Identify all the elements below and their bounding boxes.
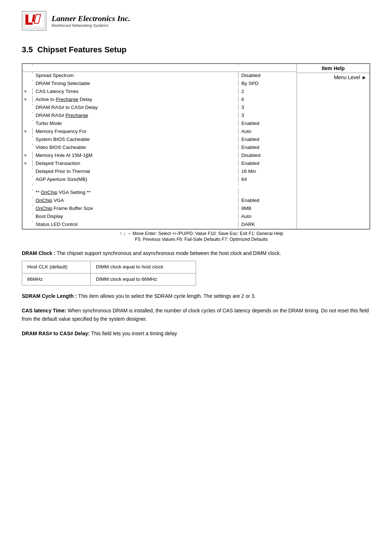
bios-row: Video BIOS CacheableEnabled bbox=[23, 144, 297, 152]
bios-value: 3 bbox=[238, 112, 297, 119]
svg-marker-5 bbox=[34, 15, 41, 23]
bios-label: OnChip Frame Buffer Size bbox=[33, 205, 238, 212]
bios-value: Enabled bbox=[238, 136, 297, 143]
bios-row: DRAM RAS# to CAS# Delay3 bbox=[23, 104, 297, 112]
bios-marker bbox=[23, 112, 33, 113]
bios-label: Turbo Mode bbox=[33, 120, 238, 127]
bios-marker: × bbox=[23, 96, 33, 103]
bios-marker bbox=[23, 197, 33, 198]
bios-row: System BIOS CacheableEnabled bbox=[23, 136, 297, 144]
desc-block-sdram-cycle: SDRAM Cycle Length : This item allows yo… bbox=[22, 292, 370, 300]
logo-text: Lanner Electronics Inc. Reinforced Netwo… bbox=[52, 14, 130, 28]
desc-block-cas-latency: CAS latency Time: When synchronous DRAM … bbox=[22, 307, 370, 323]
bios-label: System BIOS Cacheable bbox=[33, 136, 238, 143]
bios-value: Enabled bbox=[238, 120, 297, 127]
bios-marker bbox=[23, 80, 33, 81]
bios-value: Enabled bbox=[238, 144, 297, 151]
bios-row: ×Active to Precharge Delay6 bbox=[23, 96, 297, 104]
company-tagline: Reinforced Networking Systems bbox=[52, 23, 130, 28]
bios-value: Enabled bbox=[238, 197, 297, 204]
table-cell: DIMM clock equal to 66MHz bbox=[90, 273, 196, 285]
bios-label: CAS Latency Times bbox=[33, 88, 238, 95]
kbd-hints: ↑ ↓ → Move Enter: Select +/-/PU/PD: Valu… bbox=[22, 231, 370, 242]
bios-label: DRAM RAS# to CAS# Delay bbox=[33, 104, 238, 111]
table-cell: DIMM clock equal to host clock bbox=[90, 261, 196, 273]
bios-marker bbox=[23, 205, 33, 206]
bios-row: Boot DisplayAuto bbox=[23, 213, 297, 221]
bios-marker bbox=[23, 184, 33, 185]
desc-block-dram-ras: DRAM RAS# to CAS# Delay: This field lets… bbox=[22, 329, 370, 337]
section-number: 3.5 bbox=[22, 45, 33, 54]
desc-text: This item allows you to select the SDRAM… bbox=[77, 293, 256, 299]
bios-value: Enabled bbox=[238, 160, 297, 167]
bios-label: DRAM RAS# Precharge bbox=[33, 112, 238, 119]
bios-value: 8MB bbox=[238, 205, 297, 212]
bios-value bbox=[238, 184, 297, 185]
bios-label: Delayed Prior to Thermal bbox=[33, 168, 238, 175]
bios-label: Memory Hole At 15M-16M bbox=[33, 152, 238, 159]
bios-row bbox=[23, 184, 297, 189]
kbd-line1: ↑ ↓ → Move Enter: Select +/-/PU/PD: Valu… bbox=[33, 231, 370, 236]
bios-marker bbox=[23, 221, 33, 222]
bios-row: ×Delayed TransactionEnabled bbox=[23, 160, 297, 168]
lanner-logo-icon bbox=[22, 11, 46, 31]
bios-row: OnChip VGAEnabled bbox=[23, 197, 297, 205]
desc-block-dram-clock: DRAM Clock : The chipset support synchro… bbox=[22, 249, 370, 285]
bios-marker: × bbox=[23, 128, 33, 135]
item-help-label: Item Help bbox=[297, 64, 369, 73]
bios-marker bbox=[23, 144, 33, 145]
bios-row: Spread SpectrumDisabled bbox=[23, 72, 297, 80]
bios-marker-header bbox=[23, 64, 33, 65]
bios-row: ×Memory Frequency ForAuto bbox=[23, 128, 297, 136]
table-row: Host CLK (default)DIMM clock equal to ho… bbox=[22, 261, 196, 273]
bios-marker bbox=[23, 104, 33, 105]
bios-value: 64 bbox=[238, 176, 297, 183]
bios-row: ×Memory Hole At 15M-16MDisabled bbox=[23, 152, 297, 160]
bios-marker bbox=[23, 168, 33, 169]
bios-label: Spread Spectrum bbox=[33, 72, 238, 79]
description-area: DRAM Clock : The chipset support synchro… bbox=[22, 249, 370, 337]
bios-marker bbox=[23, 189, 33, 190]
bios-entries-area: Spread SpectrumDisabledDRAM Timing Selec… bbox=[23, 64, 297, 229]
bios-value: 2 bbox=[238, 88, 297, 95]
table-cell: 66MHz bbox=[22, 273, 91, 285]
bios-label: Memory Frequency For bbox=[33, 128, 238, 135]
bios-marker bbox=[23, 176, 33, 177]
bios-row: Status LED ControlDARK bbox=[23, 221, 297, 229]
bios-value: Auto bbox=[238, 128, 297, 135]
bios-row: ×CAS Latency Times2 bbox=[23, 88, 297, 96]
bios-label: ** OnChip VGA Setting ** bbox=[33, 189, 238, 196]
bios-marker bbox=[23, 72, 33, 73]
bios-value: 16 Min bbox=[238, 168, 297, 175]
bios-label: Status LED Control bbox=[33, 221, 238, 228]
dram-clock-table: Host CLK (default)DIMM clock equal to ho… bbox=[22, 261, 196, 285]
bios-value-header bbox=[238, 64, 297, 65]
bios-marker: × bbox=[23, 152, 33, 159]
table-cell: Host CLK (default) bbox=[22, 261, 91, 273]
kbd-line2: F5: Previous Values F6: Fail-Safe Defaul… bbox=[33, 237, 370, 242]
desc-text: When synchronous DRAM is installed, the … bbox=[22, 308, 369, 321]
bios-label-header bbox=[33, 64, 238, 65]
bios-value: Disabled bbox=[238, 152, 297, 159]
bios-label bbox=[33, 184, 238, 185]
bios-rows: Spread SpectrumDisabledDRAM Timing Selec… bbox=[23, 72, 297, 229]
bios-panel: Spread SpectrumDisabledDRAM Timing Selec… bbox=[22, 63, 370, 230]
company-name: Lanner Electronics Inc. bbox=[52, 14, 130, 23]
bios-row: Delayed Prior to Thermal16 Min bbox=[23, 168, 297, 176]
bios-marker bbox=[23, 136, 33, 137]
bios-label: DRAM Timing Selectable bbox=[33, 80, 238, 87]
table-row: 66MHzDIMM clock equal to 66MHz bbox=[22, 273, 196, 285]
bios-marker bbox=[23, 213, 33, 214]
desc-blocks: DRAM Clock : The chipset support synchro… bbox=[22, 249, 370, 337]
bios-row: OnChip Frame Buffer Size8MB bbox=[23, 205, 297, 213]
bios-value: Disabled bbox=[238, 72, 297, 79]
bios-label: AGP Aperture Size(MB) bbox=[33, 176, 238, 183]
bios-label: Boot Display bbox=[33, 213, 238, 220]
bios-marker: × bbox=[23, 88, 33, 95]
bios-value bbox=[238, 189, 297, 190]
bios-help-column: Item Help Menu Level ► bbox=[297, 64, 369, 229]
bios-label: Video BIOS Cacheable bbox=[33, 144, 238, 151]
logo-area: Lanner Electronics Inc. Reinforced Netwo… bbox=[22, 11, 370, 31]
bios-value: 3 bbox=[238, 104, 297, 111]
bios-value: By SPD bbox=[238, 80, 297, 87]
